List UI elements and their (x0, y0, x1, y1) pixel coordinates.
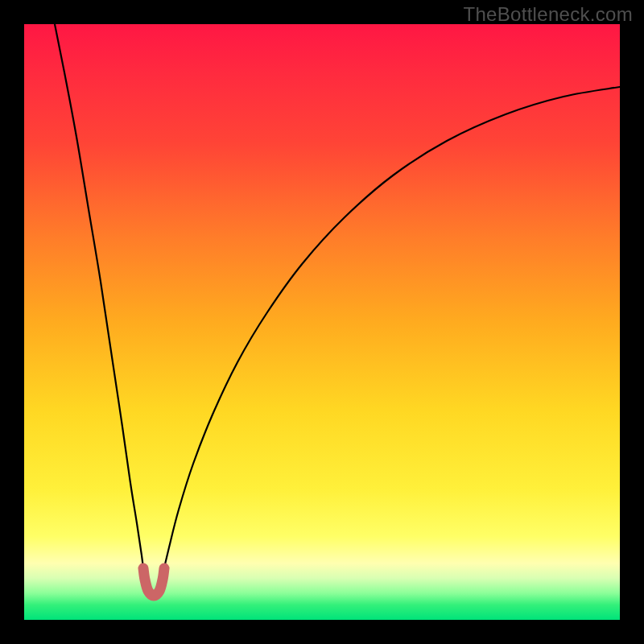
gradient-background (24, 24, 620, 620)
bottleneck-chart (0, 0, 644, 644)
watermark-text: TheBottleneck.com (463, 3, 633, 26)
chart-frame: { "watermark": "TheBottleneck.com", "cha… (0, 0, 644, 644)
